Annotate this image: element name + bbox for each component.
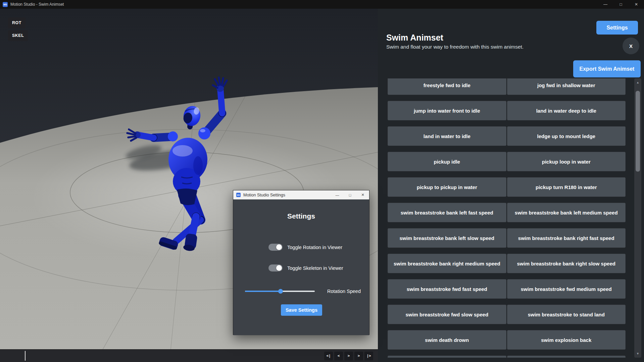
animation-button[interactable]: pickup loop in water (507, 152, 626, 171)
animation-row (388, 356, 626, 358)
animation-row: swim breaststroke bank right medium spee… (388, 254, 626, 273)
dialog-app-icon: MS (236, 193, 241, 197)
animation-button[interactable]: swim breaststroke bank right fast speed (507, 228, 626, 248)
animation-button[interactable]: swim breaststroke bank left slow speed (388, 228, 506, 248)
animation-button[interactable]: ledge up to mount ledge (507, 126, 626, 146)
rotation-toggle-label: Toggle Rotation in Viewer (287, 245, 342, 250)
animation-button[interactable]: swim breaststroke bank right medium spee… (388, 254, 506, 273)
dialog-title: Motion Studio Settings (243, 193, 285, 197)
animation-row: freestyle fwd to idlejog fwd in shallow … (388, 78, 626, 95)
animation-row: jump into water front to idleland in wat… (388, 101, 626, 120)
scrollbar-thumb[interactable] (636, 91, 640, 172)
animation-row: swim breaststroke fwd slow speedswim bre… (388, 305, 626, 324)
window-close-button[interactable]: ✕ (629, 0, 644, 9)
dialog-heading: Settings (233, 212, 369, 220)
panel-subtitle: Swim and float your way to freedom with … (386, 44, 524, 50)
animation-button[interactable]: jump into water front to idle (388, 101, 506, 120)
panel-close-button[interactable]: X (623, 38, 639, 54)
timeline-playhead[interactable] (25, 351, 26, 361)
scrollbar-up-arrow-icon[interactable]: ▲ (634, 79, 641, 86)
settings-dialog-titlebar[interactable]: MS Motion Studio Settings — □ ✕ (233, 190, 369, 199)
panel-title: Swim Animset (386, 33, 443, 43)
animation-grid: freestyle fwd to idlejog fwd in shallow … (388, 78, 626, 358)
skip-to-end-button[interactable]: |> (364, 352, 373, 360)
animation-button[interactable]: jog fwd in shallow water (507, 78, 626, 95)
animation-button[interactable]: swim breaststroke fwd fast speed (388, 279, 506, 299)
timeline-bar[interactable]: <|<>>|> (0, 349, 378, 362)
animation-row: swim death drownswim explosion back (388, 330, 626, 350)
animation-row: swim breaststroke bank left fast speedsw… (388, 203, 626, 222)
animation-row: pickup idlepickup loop in water (388, 152, 626, 171)
scrollbar[interactable]: ▲ ▼ (634, 78, 641, 358)
animation-button[interactable] (388, 356, 506, 358)
animation-button[interactable]: land in water deep to idle (507, 101, 626, 120)
app-icon: MS (3, 2, 8, 7)
skip-to-start-button[interactable]: <| (324, 352, 333, 360)
skeleton-toggle-label: Toggle Skeleton in Viewer (287, 265, 343, 271)
toggle-knob (276, 244, 282, 250)
animation-button[interactable]: swim breaststroke bank right slow speed (507, 254, 626, 273)
scrollbar-down-arrow-icon[interactable]: ▼ (634, 350, 641, 357)
slider-fill (245, 291, 281, 292)
dialog-minimize-button[interactable]: — (331, 190, 344, 199)
side-panel: Settings Swim Animset Swim and float you… (378, 9, 644, 362)
animation-button[interactable]: swim breaststroke bank left fast speed (388, 203, 506, 222)
settings-button[interactable]: Settings (596, 21, 638, 35)
app-window: MS Motion Studio - Swim Animset — □ ✕ (0, 0, 644, 362)
animation-button[interactable]: swim death drown (388, 330, 506, 350)
save-settings-button[interactable]: Save Settings (281, 304, 322, 316)
window-maximize-button[interactable]: □ (613, 0, 629, 9)
animation-button[interactable]: swim breaststroke to stand land (507, 305, 626, 324)
window-minimize-button[interactable]: — (598, 0, 613, 9)
window-controls: — □ ✕ (598, 0, 644, 9)
dialog-window-controls: — □ ✕ (331, 190, 369, 199)
animation-button[interactable]: freestyle fwd to idle (388, 78, 506, 95)
window-titlebar: MS Motion Studio - Swim Animset — □ ✕ (0, 0, 644, 9)
slider-knob[interactable] (278, 289, 283, 294)
rotation-speed-row: Rotation Speed (245, 287, 359, 295)
step-back-button[interactable]: < (334, 352, 343, 360)
export-animset-button[interactable]: Export Swim Animset (573, 60, 641, 77)
animation-row: land in water to idleledge up to mount l… (388, 126, 626, 146)
animation-button[interactable]: pickup turn R180 in water (507, 177, 626, 197)
rotation-speed-label: Rotation Speed (327, 289, 361, 294)
dialog-maximize-button[interactable]: □ (344, 190, 356, 199)
rotation-toggle[interactable] (268, 244, 283, 251)
animation-button[interactable]: pickup to pickup in water (388, 177, 506, 197)
rotation-speed-slider[interactable] (245, 291, 315, 292)
step-forward-button[interactable]: > (354, 352, 363, 360)
dialog-close-button[interactable]: ✕ (356, 190, 369, 199)
playback-controls: <|<>>|> (324, 352, 373, 360)
skeleton-toggle-row: Toggle Skeleton in Viewer (268, 264, 343, 272)
settings-dialog-body: Settings Toggle Rotation in Viewer Toggl… (233, 199, 369, 335)
animation-row: swim breaststroke fwd fast speedswim bre… (388, 279, 626, 299)
skeleton-toggle[interactable] (268, 264, 283, 272)
settings-dialog: MS Motion Studio Settings — □ ✕ Settings… (233, 190, 369, 335)
animation-button[interactable]: land in water to idle (388, 126, 506, 146)
rotation-toggle-row: Toggle Rotation in Viewer (268, 244, 342, 251)
animation-button[interactable]: swim breaststroke fwd slow speed (388, 305, 506, 324)
animation-button[interactable]: swim breaststroke bank left medium speed (507, 203, 626, 222)
rot-toggle-button[interactable]: ROT (8, 17, 26, 28)
skel-toggle-button[interactable]: SKEL (8, 30, 28, 41)
animation-button[interactable]: swim breaststroke fwd medium speed (507, 279, 626, 299)
animation-button[interactable] (507, 356, 626, 358)
animation-button[interactable]: swim explosion back (507, 330, 626, 350)
animation-row: swim breaststroke bank left slow speedsw… (388, 228, 626, 248)
animation-button[interactable]: pickup idle (388, 152, 506, 171)
play-button[interactable]: > (344, 352, 353, 360)
toggle-knob (276, 265, 282, 271)
window-title: Motion Studio - Swim Animset (10, 2, 64, 7)
animation-row: pickup to pickup in waterpickup turn R18… (388, 177, 626, 197)
